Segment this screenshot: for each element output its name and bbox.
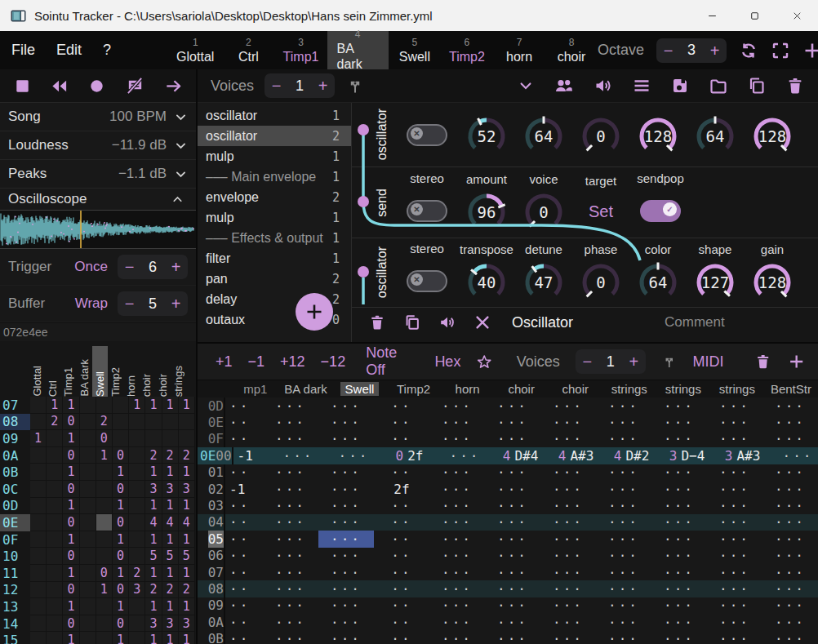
song-cell[interactable] (47, 615, 63, 633)
pattern-cell[interactable]: ··· (429, 481, 485, 497)
pattern-cell[interactable]: ··· (485, 414, 540, 430)
song-cell[interactable]: 1 (179, 598, 195, 615)
midi-button[interactable]: MIDI (692, 353, 723, 371)
song-track-header-swell[interactable]: Swell (92, 346, 108, 397)
song-cell[interactable]: 2 (145, 582, 162, 599)
song-cell[interactable] (96, 514, 113, 531)
song-cell[interactable] (80, 414, 96, 431)
song-cell[interactable]: 0 (113, 548, 129, 565)
transpose-knob[interactable]: 40 (461, 258, 512, 305)
pattern-cell[interactable]: ·· (225, 597, 263, 614)
hex-toggle[interactable]: Hex (434, 353, 460, 371)
song-row-number[interactable]: 09 (0, 430, 30, 447)
pattern-cell[interactable]: ··· (429, 531, 485, 547)
param-knob[interactable]: 128 (747, 112, 798, 159)
pattern-cell[interactable]: ··· (485, 497, 540, 513)
pattern-cell[interactable]: ··· (327, 447, 382, 464)
pattern-cell[interactable]: ··· (707, 514, 762, 531)
song-cell[interactable] (179, 414, 195, 431)
song-cell[interactable]: 1 (96, 447, 113, 464)
pattern-cell[interactable]: ··· (485, 580, 540, 597)
pattern-cell[interactable]: ··· (318, 630, 374, 644)
song-cell[interactable]: 1 (113, 632, 129, 644)
pattern-cell[interactable]: ··· (596, 580, 651, 597)
song-row-number[interactable]: 10 (0, 548, 30, 565)
pattern-cell[interactable]: ··· (707, 531, 762, 547)
delete-unit-icon[interactable] (368, 313, 386, 331)
unit-type-name[interactable]: Oscillator (512, 314, 618, 331)
copy-unit-icon[interactable] (403, 313, 421, 331)
pattern-cell[interactable]: ··· (596, 630, 651, 644)
unit-list-item-oscillator[interactable]: oscillator2 (198, 126, 351, 146)
pattern-cell[interactable]: ·· (374, 531, 429, 547)
pattern-track-header-timp2[interactable]: Timp2 (387, 382, 441, 396)
pattern-cell[interactable]: ··· (438, 447, 493, 464)
song-cell[interactable]: 1 (96, 582, 113, 599)
unit-list-item--effects-output[interactable]: ––– Effects & output1 (198, 228, 351, 248)
instrument-tab-timp1[interactable]: 3Timp1 (274, 31, 327, 69)
pattern-cell[interactable]: ··· (485, 481, 540, 497)
pattern-row-number[interactable]: 0B (208, 630, 224, 644)
pattern-cell[interactable]: ··· (485, 514, 540, 531)
pattern-cell[interactable]: ··· (707, 548, 762, 564)
song-cell[interactable] (129, 464, 145, 481)
song-cell[interactable]: 0 (113, 582, 129, 599)
pattern-cell[interactable]: ··· (540, 497, 596, 513)
song-cell[interactable] (96, 397, 113, 414)
song-cell[interactable] (30, 565, 47, 582)
menu-edit[interactable]: Edit (56, 42, 82, 59)
pattern-cell[interactable]: ·· (225, 531, 263, 547)
unit-list-item-mulp[interactable]: mulp1 (198, 207, 351, 228)
voice-knob[interactable]: 0 (518, 188, 569, 235)
pattern-cell[interactable]: ·· (374, 548, 429, 564)
pattern-cell[interactable]: ·· (225, 464, 263, 481)
pattern-row-number[interactable]: 01 (208, 464, 224, 481)
pattern-cell[interactable]: ··· (762, 398, 818, 414)
song-cell[interactable] (145, 414, 162, 431)
unit-comment-field[interactable]: Comment (665, 314, 725, 331)
song-cell[interactable] (47, 430, 63, 447)
song-cell[interactable] (30, 531, 47, 549)
pattern-cell[interactable]: ··· (540, 597, 596, 614)
pattern-cell[interactable]: ··· (707, 414, 762, 430)
phase-knob[interactable]: 0 (576, 258, 626, 305)
pattern-cell[interactable]: ··· (485, 398, 540, 414)
pattern-cell[interactable]: 4D#2 (604, 447, 660, 464)
param-knob[interactable]: 128 (633, 112, 683, 159)
song-cell[interactable]: 2 (162, 582, 179, 599)
song-cell[interactable]: 2 (129, 565, 145, 582)
pattern-cell[interactable]: ·· (374, 398, 429, 414)
song-cell[interactable]: 1 (113, 498, 129, 515)
song-row-number[interactable]: 12 (0, 582, 30, 599)
song-cell[interactable]: 2 (96, 414, 113, 431)
pattern-cell[interactable]: ··· (540, 514, 596, 531)
pattern-cell[interactable]: ··· (540, 630, 596, 644)
pattern-cell[interactable]: ··· (485, 614, 540, 630)
song-cell[interactable]: 1 (145, 397, 162, 414)
pattern-cell[interactable]: ·· (374, 514, 429, 531)
pattern-cell[interactable]: ··· (651, 431, 707, 447)
pattern-cell[interactable]: ··· (762, 548, 818, 564)
pattern-cell[interactable]: 3A#3 (715, 447, 771, 464)
note-tracking-toggle[interactable] (124, 77, 146, 95)
shape-knob[interactable]: 127 (690, 258, 740, 305)
song-cell[interactable]: 0 (113, 447, 129, 464)
pattern-cell[interactable]: ··· (651, 497, 707, 513)
pattern-cell[interactable]: ··· (318, 481, 374, 497)
song-cell[interactable] (80, 565, 96, 582)
song-cell[interactable] (80, 464, 96, 481)
song-track-header-choir[interactable]: choir (155, 346, 171, 397)
stereo-toggle[interactable]: ✕ (407, 270, 447, 292)
pattern-cell[interactable]: ·· (374, 464, 429, 481)
pattern-cell[interactable]: ··· (540, 580, 596, 597)
pattern-track-header-bentstr[interactable]: BentStr (764, 382, 818, 396)
pattern-cell[interactable]: ··· (707, 580, 762, 597)
song-cell[interactable]: 3 (162, 481, 179, 498)
song-cell[interactable] (30, 548, 47, 565)
octave-decrement-button[interactable]: − (656, 39, 680, 62)
pattern-cell[interactable]: ··· (707, 497, 762, 513)
song-cell[interactable] (30, 414, 47, 431)
song-row-number[interactable]: 0A (0, 447, 30, 464)
trigger-increment-button[interactable]: + (164, 255, 188, 278)
song-cell[interactable] (30, 498, 47, 515)
